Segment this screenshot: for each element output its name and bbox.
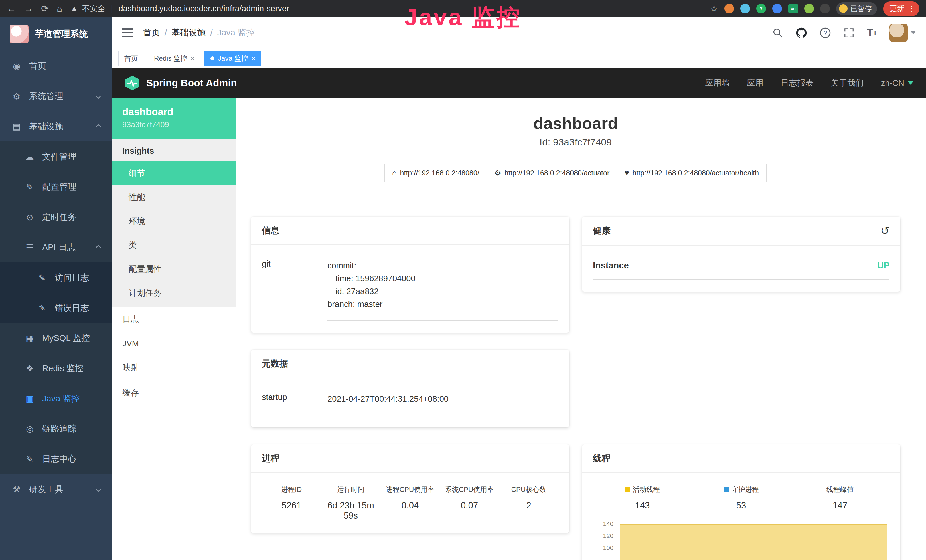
user-avatar <box>890 24 908 42</box>
sidebar-item-label: Java 监控 <box>42 393 80 404</box>
sidebar-item-access-log[interactable]: ✎ 访问日志 <box>0 262 112 293</box>
sidebar-item-error-log[interactable]: ✎ 错误日志 <box>0 293 112 323</box>
edit-icon: ✎ <box>24 182 35 192</box>
live-threads: 活动线程 143 <box>593 485 692 511</box>
heart-icon: ♥ <box>625 169 629 177</box>
sidebar-item-api-log[interactable]: ☰ API 日志 <box>0 232 112 262</box>
sba-brand-label: Spring Boot Admin <box>146 77 237 89</box>
sidebar-item-system[interactable]: ⚙ 系统管理 <box>0 81 112 111</box>
sidebar-item-logs[interactable]: 日志 <box>112 307 236 332</box>
info-key: git <box>262 259 327 321</box>
service-url-link[interactable]: ⌂ http://192.168.0.2:48080/ <box>384 164 487 182</box>
sidebar-item-jvm[interactable]: JVM <box>112 332 236 355</box>
extension-icon[interactable] <box>820 4 830 14</box>
fullscreen-icon[interactable] <box>844 27 855 38</box>
insight-item-config-props[interactable]: 配置属性 <box>112 257 236 281</box>
paused-badge[interactable]: 已暂停 <box>836 2 877 15</box>
url-text[interactable]: dashboard.yudao.iocoder.cn/infra/admin-s… <box>119 4 289 13</box>
security-label: 不安全 <box>82 3 105 14</box>
folder-icon: ☁ <box>24 152 35 162</box>
extension-icon[interactable] <box>772 4 782 14</box>
sidebar-item-label: 定时任务 <box>42 211 76 223</box>
extension-icon[interactable] <box>740 4 750 14</box>
sidebar-item-label: 配置管理 <box>42 181 76 193</box>
close-icon[interactable]: × <box>191 54 195 62</box>
instance-content: dashboard Id: 93a3fc7f7409 ⌂ http://192.… <box>236 98 926 560</box>
search-icon[interactable] <box>772 27 783 38</box>
sidebar-item-home[interactable]: ◉ 首页 <box>0 51 112 81</box>
reload-icon[interactable]: ⟳ <box>41 3 49 14</box>
sidebar-item-config-manage[interactable]: ✎ 配置管理 <box>0 172 112 202</box>
sidebar-item-log-center[interactable]: ✎ 日志中心 <box>0 444 112 474</box>
breadcrumb-home[interactable]: 首页 <box>143 27 160 38</box>
tab-java-monitor[interactable]: Java 监控 × <box>204 51 261 66</box>
sidebar-item-infra[interactable]: ▤ 基础设施 <box>0 111 112 141</box>
hamburger-icon[interactable] <box>122 28 133 37</box>
legend-label: 守护进程 <box>731 485 759 494</box>
extension-icon[interactable]: on <box>788 4 798 14</box>
extension-icon[interactable]: Y <box>756 4 766 14</box>
legend-value: 147 <box>791 500 890 511</box>
breadcrumb-infra[interactable]: 基础设施 <box>171 27 206 38</box>
extension-icon[interactable] <box>724 4 734 14</box>
column-header: 运行时间 <box>321 485 380 494</box>
kebab-menu-icon[interactable]: ⋮ <box>908 4 915 13</box>
column-value: 5261 <box>262 500 321 511</box>
sidebar-item-caches[interactable]: 缓存 <box>112 380 236 406</box>
back-icon[interactable]: ← <box>7 3 16 14</box>
extension-icon[interactable] <box>804 4 814 14</box>
sba-nav-wallboard[interactable]: 应用墙 <box>705 77 730 89</box>
user-menu[interactable] <box>890 24 916 42</box>
sidebar-item-scheduled-job[interactable]: ⊙ 定时任务 <box>0 202 112 232</box>
sba-logo-icon <box>124 75 141 91</box>
health-url-link[interactable]: ♥ http://192.168.0.2:48080/actuator/heal… <box>617 164 767 182</box>
history-icon[interactable]: ↺ <box>881 224 890 237</box>
process-cpu: 进程CPU使用率 0.04 <box>380 485 440 521</box>
paused-label: 已暂停 <box>850 4 872 14</box>
live-threads-area <box>620 524 887 560</box>
status-badge: UP <box>877 260 890 271</box>
insight-item-scheduled-tasks[interactable]: 计划任务 <box>112 281 236 305</box>
app-logo[interactable]: 芋道管理系统 <box>0 17 112 51</box>
divider: | <box>111 4 113 13</box>
bookmark-star-icon[interactable]: ☆ <box>710 3 718 14</box>
insight-item-details[interactable]: 细节 <box>112 162 236 185</box>
sidebar-item-label: 首页 <box>29 60 46 72</box>
update-button[interactable]: 更新 ⋮ <box>883 2 919 16</box>
git-commit-id: id: 27aa832 <box>327 285 558 298</box>
help-icon[interactable]: ? <box>820 27 831 38</box>
forward-icon[interactable]: → <box>24 3 33 14</box>
sidebar-item-java-monitor[interactable]: ▣ Java 监控 <box>0 383 112 414</box>
actuator-url-link[interactable]: ⚙ http://192.168.0.2:48080/actuator <box>487 164 617 182</box>
instance-header[interactable]: dashboard 93a3fc7f7409 <box>112 98 236 139</box>
infrastructure-icon: ▤ <box>11 121 22 132</box>
sba-nav-about[interactable]: 关于我们 <box>831 77 864 89</box>
sba-language-select[interactable]: zh-CN <box>881 79 914 88</box>
github-icon[interactable] <box>796 27 807 38</box>
sba-brand[interactable]: Spring Boot Admin <box>124 75 237 91</box>
home-icon[interactable]: ⌂ <box>57 3 62 14</box>
sidebar-item-devtools[interactable]: ⚒ 研发工具 <box>0 474 112 504</box>
tab-home[interactable]: 首页 <box>118 51 144 66</box>
legend-swatch-yellow <box>625 487 630 492</box>
close-icon[interactable]: × <box>251 54 255 62</box>
instance-id-subtitle: Id: 93a3fc7f7409 <box>251 137 900 148</box>
health-row-instance[interactable]: Instance UP <box>593 250 890 280</box>
tab-redis-monitor[interactable]: Redis 监控 × <box>148 51 200 66</box>
insight-item-classes[interactable]: 类 <box>112 233 236 257</box>
insight-item-environment[interactable]: 环境 <box>112 209 236 233</box>
sba-nav-applications[interactable]: 应用 <box>747 77 763 89</box>
insight-item-metrics[interactable]: 性能 <box>112 185 236 209</box>
sidebar-item-file-manage[interactable]: ☁ 文件管理 <box>0 141 112 172</box>
site-security[interactable]: ▲ 不安全 | dashboard.yudao.iocoder.cn/infra… <box>70 3 289 14</box>
sidebar-item-redis-monitor[interactable]: ❖ Redis 监控 <box>0 353 112 383</box>
system-cpu: 系统CPU使用率 0.07 <box>440 485 499 521</box>
insights-group: Insights 细节 性能 环境 类 配置属性 计划任务 <box>112 139 236 307</box>
sidebar-item-tracing[interactable]: ◎ 链路追踪 <box>0 414 112 444</box>
sidebar-item-mysql-monitor[interactable]: ▦ MySQL 监控 <box>0 323 112 353</box>
sidebar-item-mappings[interactable]: 映射 <box>112 355 236 380</box>
font-size-icon[interactable]: TT <box>867 27 877 39</box>
sba-nav-journal[interactable]: 日志报表 <box>781 77 814 89</box>
threads-card-title: 线程 <box>582 445 900 473</box>
git-commit-time: time: 1596289704000 <box>327 272 558 285</box>
